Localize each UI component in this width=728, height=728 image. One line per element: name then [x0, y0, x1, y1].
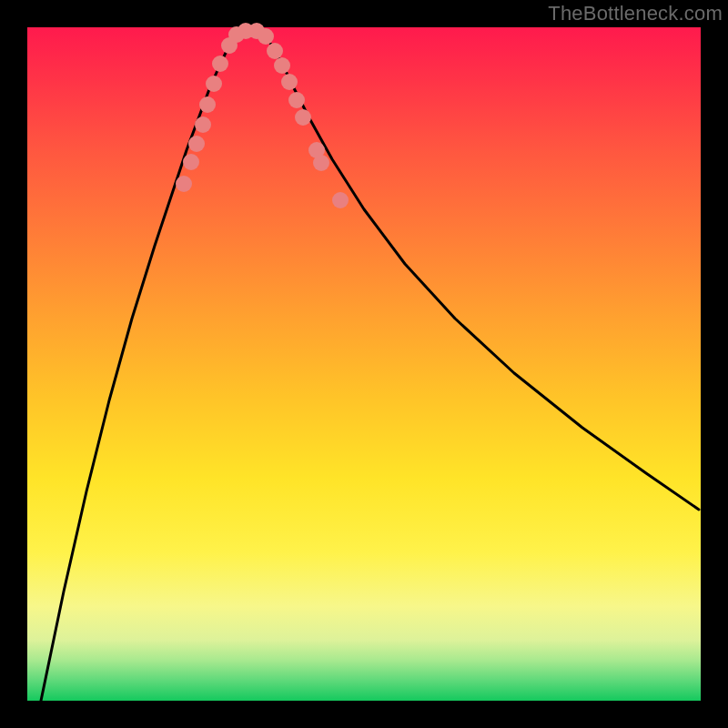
- marker-group: [176, 23, 349, 208]
- left-marker: [206, 76, 222, 92]
- left-marker: [195, 116, 211, 133]
- right-marker: [267, 43, 283, 59]
- chart-svg: [27, 27, 701, 701]
- right-marker: [332, 192, 349, 208]
- curve-right-curve: [259, 29, 699, 510]
- left-marker: [188, 136, 205, 152]
- curve-left-curve: [41, 29, 246, 701]
- left-marker: [212, 56, 228, 72]
- watermark-text: TheBottleneck.com: [548, 2, 723, 25]
- right-marker: [313, 155, 329, 171]
- chart-frame: TheBottleneck.com: [0, 0, 728, 728]
- right-marker: [288, 92, 305, 108]
- curve-group: [41, 29, 699, 701]
- plot-area: [27, 27, 701, 701]
- bottom-marker: [258, 28, 274, 45]
- right-marker: [281, 74, 298, 90]
- right-marker: [274, 57, 290, 74]
- left-marker: [199, 96, 216, 113]
- right-marker: [295, 109, 311, 126]
- left-marker: [183, 154, 199, 170]
- left-marker: [176, 176, 192, 192]
